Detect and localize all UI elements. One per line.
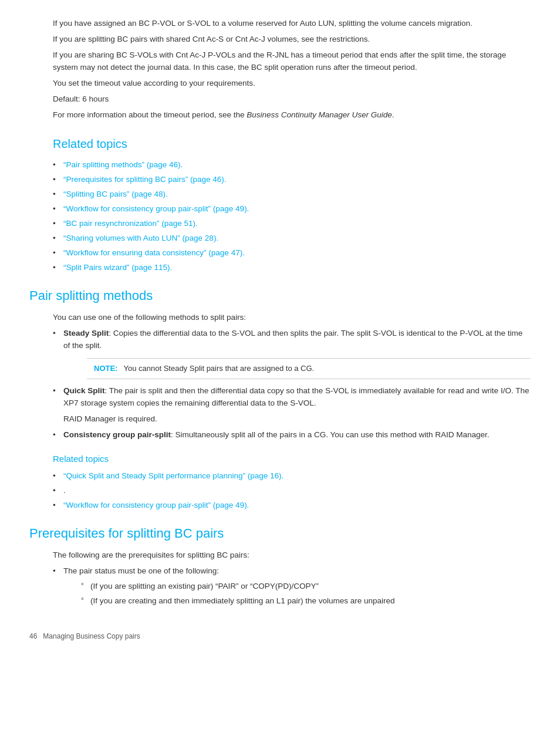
raid-manager-required: RAID Manager is required.	[63, 413, 531, 426]
list-item: Consistency group pair-split: Simultaneo…	[53, 429, 531, 441]
topic-link-rt2-1[interactable]: “Quick Split and Steady Split performanc…	[63, 471, 284, 480]
pair-splitting-heading: Pair splitting methods	[29, 286, 531, 306]
note-text: You cannot Steady Split pairs that are a…	[123, 363, 314, 374]
intro-para-2: If you are splitting BC pairs with share…	[53, 33, 531, 46]
footer-text: Managing Business Copy pairs	[43, 631, 140, 642]
pair-splitting-methods-list: Steady Split: Copies the differential da…	[53, 328, 531, 441]
quick-split-desc: : The pair is split and then the differe…	[63, 386, 529, 407]
topic-link-1[interactable]: “Pair splitting methods” (page 46).	[63, 160, 183, 169]
quick-split-term: Quick Split	[63, 386, 105, 395]
related-topics-list-2: “Quick Split and Steady Split performanc…	[53, 470, 531, 512]
cg-split-term: Consistency group pair-split	[63, 430, 171, 439]
topic-link-4[interactable]: “Workflow for consistency group pair-spl…	[63, 204, 249, 213]
page-number: 46	[29, 631, 37, 642]
intro-para-1: If you have assigned an BC P-VOL or S-VO…	[53, 18, 531, 30]
topic-link-3[interactable]: “Splitting BC pairs” (page 48).	[63, 190, 168, 198]
list-item: (If you are splitting an existing pair) …	[81, 580, 531, 593]
intro-section: If you have assigned an BC P-VOL or S-VO…	[29, 18, 531, 121]
prerequisites-section: Prerequisites for splitting BC pairs The…	[29, 524, 531, 608]
list-item: “Prerequisites for splitting BC pairs” (…	[53, 174, 531, 186]
pair-splitting-intro: You can use one of the following methods…	[53, 312, 531, 324]
topic-link-rt2-3[interactable]: “Workflow for consistency group pair-spl…	[63, 501, 249, 509]
topic-link-6[interactable]: “Sharing volumes with Auto LUN” (page 28…	[63, 234, 218, 242]
list-item: “Sharing volumes with Auto LUN” (page 28…	[53, 232, 531, 245]
topic-link-5[interactable]: “BC pair resynchronization” (page 51).	[63, 219, 198, 228]
steady-split-desc: : Copies the differential data to the S-…	[63, 329, 522, 350]
list-item: “BC pair resynchronization” (page 51).	[53, 218, 531, 230]
list-item: “Pair splitting methods” (page 46).	[53, 159, 531, 171]
prerequisites-heading: Prerequisites for splitting BC pairs	[29, 524, 531, 544]
list-item: .	[53, 485, 531, 497]
list-item: “Quick Split and Steady Split performanc…	[53, 470, 531, 482]
note-label: NOTE:	[94, 363, 117, 374]
topic-link-8[interactable]: “Split Pairs wizard” (page 115).	[63, 263, 172, 272]
intro-para-4: You set the timeout value according to y…	[53, 77, 531, 90]
prerequisites-intro: The following are the prerequisites for …	[53, 549, 531, 562]
list-item: Steady Split: Copies the differential da…	[53, 328, 531, 379]
page-footer: 46 Managing Business Copy pairs	[29, 631, 531, 642]
list-item: “Workflow for consistency group pair-spl…	[53, 203, 531, 215]
related-topics-section-1: Related topics “Pair splitting methods” …	[29, 135, 531, 274]
related-topics-heading-1: Related topics	[53, 135, 531, 153]
list-item: Quick Split: The pair is split and then …	[53, 385, 531, 426]
topic-link-2[interactable]: “Prerequisites for splitting BC pairs” (…	[63, 175, 227, 184]
prerequisites-list: The pair status must be one of the follo…	[53, 565, 531, 608]
cg-split-desc: : Simultaneously split all of the pairs …	[171, 430, 490, 439]
list-item: The pair status must be one of the follo…	[53, 565, 531, 608]
pair-splitting-section: Pair splitting methods You can use one o…	[29, 286, 531, 441]
steady-split-term: Steady Split	[63, 329, 109, 337]
related-topics-section-2: Related topics “Quick Split and Steady S…	[29, 452, 531, 512]
intro-para-5: Default: 6 hours	[53, 93, 531, 106]
prereq-sub-item-1: (If you are splitting an existing pair) …	[90, 582, 319, 590]
list-item: “Workflow for consistency group pair-spl…	[53, 499, 531, 512]
note-box: NOTE: You cannot Steady Split pairs that…	[87, 358, 531, 379]
intro-para-3: If you are sharing BC S-VOLs with Cnt Ac…	[53, 49, 531, 74]
prereq-sub-item-2: (If you are creating and then immediatel…	[90, 596, 395, 605]
related-topics-heading-2: Related topics	[53, 452, 531, 465]
intro-para-6: For more information about the timeout p…	[53, 109, 531, 121]
list-item: “Splitting BC pairs” (page 48).	[53, 188, 531, 201]
prereq-item-1: The pair status must be one of the follo…	[63, 566, 219, 575]
list-item: “Split Pairs wizard” (page 115).	[53, 262, 531, 274]
prereq-sub-list: (If you are splitting an existing pair) …	[81, 580, 531, 607]
topic-link-rt2-2: .	[63, 486, 66, 495]
topic-link-7[interactable]: “Workflow for ensuring data consistency”…	[63, 248, 245, 257]
list-item: “Workflow for ensuring data consistency”…	[53, 247, 531, 259]
list-item: (If you are creating and then immediatel…	[81, 595, 531, 607]
related-topics-list-1: “Pair splitting methods” (page 46). “Pre…	[53, 159, 531, 274]
